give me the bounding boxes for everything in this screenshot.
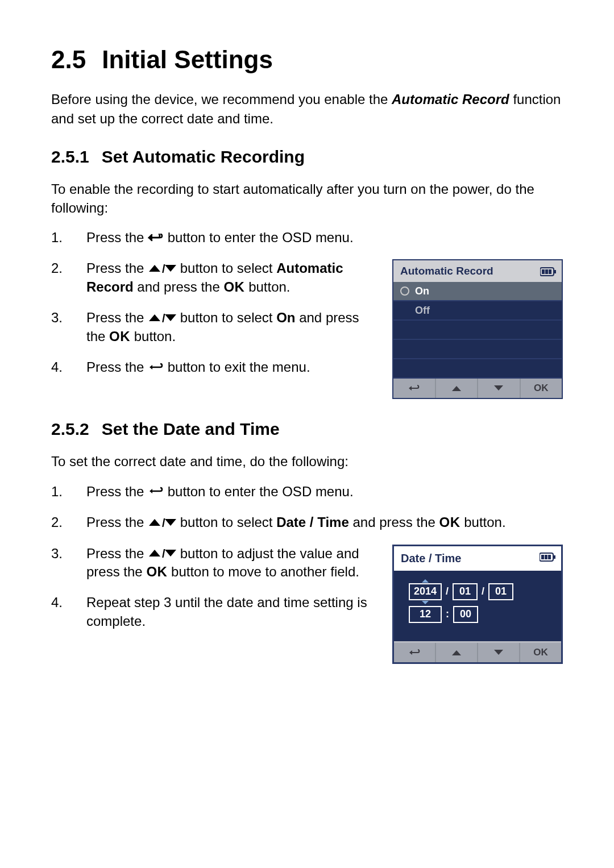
osd-title: Automatic Record [400,265,493,277]
step-number: 4. [51,593,66,630]
text-bold: On [276,310,295,325]
osd-back-button[interactable] [394,643,436,662]
step-text: Press the / button to select On and pres… [86,309,372,346]
osd-footer: OK [394,641,561,662]
battery-icon [540,553,555,564]
step-number: 2. [51,259,66,296]
text-frag: Press the [86,230,148,245]
ok-label: OK [534,383,549,394]
text-frag: button to exit the menu. [168,359,310,375]
osd-up-button[interactable] [436,643,478,662]
osd-down-button[interactable] [478,643,520,662]
step-2: 2. Press the / button to select Automati… [51,259,372,296]
text-frag: Press the [86,546,148,561]
subsection-number: 2.5.2 [51,420,89,439]
intro-pre: Before using the device, we recommend yo… [51,92,392,107]
osd-date-time-screenshot: Date / Time 2014 / 01 / 01 12 : 00 [392,545,563,664]
return-icon [148,232,164,243]
ok-icon: OK [146,564,167,579]
osd-empty-row [393,340,562,359]
ok-icon: OK [439,514,460,530]
radio-icon [400,286,409,296]
osd-body: 2014 / 01 / 01 12 : 00 [394,571,561,641]
subsection-heading-2: 2.5.2 Set the Date and Time [51,420,563,439]
text-frag: button to select [180,260,276,276]
step-number: 4. [51,358,66,376]
text-frag: button. [248,279,290,294]
day-field[interactable]: 01 [488,583,513,600]
osd-item-label: Off [415,305,430,317]
step-text: Press the button to exit the menu. [86,358,372,376]
minute-value: 00 [460,608,471,620]
return-icon [148,485,164,497]
up-down-icon: / [148,263,176,273]
subsection-heading: 2.5.1 Set Automatic Recording [51,147,563,167]
svg-rect-4 [542,269,545,274]
osd-back-button[interactable] [393,379,436,398]
osd-down-button[interactable] [478,379,521,398]
month-field[interactable]: 01 [453,583,478,600]
up-down-icon: / [148,517,176,528]
step-number: 1. [51,483,66,501]
step-text: Repeat step 3 until the date and time se… [86,593,372,630]
colon-separator: : [446,608,449,620]
date-row: 2014 / 01 / 01 [409,583,552,600]
section-heading: 2.5 Initial Settings [51,45,563,74]
osd-item-off[interactable]: Off [393,301,562,321]
step-number: 3. [51,545,66,582]
osd-empty-row [393,321,562,340]
month-value: 01 [459,585,471,597]
svg-text:/: / [162,263,165,273]
up-down-icon: / [148,548,176,558]
step-2: 2. Press the / button to select Date / T… [51,513,563,531]
svg-text:/: / [162,517,165,528]
text-frag: Press the [86,514,148,530]
year-field[interactable]: 2014 [409,583,442,600]
osd-ok-button[interactable]: OK [521,379,562,398]
step-3: 3. Press the / button to select On and p… [51,309,372,346]
sec2-steps-12: 1. Press the button to enter the OSD men… [51,483,563,532]
osd-ok-button[interactable]: OK [520,643,561,662]
sec1-paragraph: To enable the recording to start automat… [51,180,563,217]
osd-titlebar: Automatic Record [393,260,562,282]
osd-item-label: On [415,285,429,297]
osd-item-on[interactable]: On [393,282,562,301]
sec1-steps-234: 2. Press the / button to select Automati… [51,259,372,399]
year-value: 2014 [414,585,437,597]
step-number: 3. [51,309,66,346]
osd-list: On Off [393,282,562,379]
time-row: 12 : 00 [409,606,552,623]
intro-paragraph: Before using the device, we recommend yo… [51,90,563,128]
osd-title: Date / Time [401,552,461,565]
slash-separator: / [482,585,484,597]
text-frag: button to select [180,514,276,530]
ok-icon: OK [223,279,244,294]
step-text: Press the button to enter the OSD menu. [86,229,563,247]
sec2-steps-34: 3. Press the / button to adjust the valu… [51,545,372,664]
osd-titlebar: Date / Time [394,546,561,571]
up-down-icon: / [148,313,176,323]
text-frag: and press the [349,514,439,530]
text-frag: button to enter the OSD menu. [168,484,354,499]
minute-field[interactable]: 00 [453,606,478,623]
ok-icon: OK [109,329,130,344]
text-frag: Press the [86,310,148,325]
step-text: Press the / button to select Automatic R… [86,259,372,296]
osd-footer: OK [393,379,562,398]
text-frag: Press the [86,484,148,499]
svg-rect-3 [554,270,556,273]
svg-rect-12 [545,555,547,559]
step-text: Press the button to enter the OSD menu. [86,483,563,501]
text-frag: button to select [180,310,276,325]
return-icon [148,362,164,373]
text-frag: button to enter the OSD menu. [168,230,354,245]
svg-rect-5 [545,269,548,274]
text-frag: and press the [134,279,224,294]
hour-field[interactable]: 12 [409,606,442,623]
osd-up-button[interactable] [436,379,479,398]
step-3: 3. Press the / button to adjust the valu… [51,545,372,582]
sec1-step-1-list: 1. Press the button to enter the OSD men… [51,229,563,247]
step-number: 1. [51,229,66,247]
step-4: 4. Press the button to exit the menu. [51,358,372,376]
text-frag: button. [134,329,176,344]
